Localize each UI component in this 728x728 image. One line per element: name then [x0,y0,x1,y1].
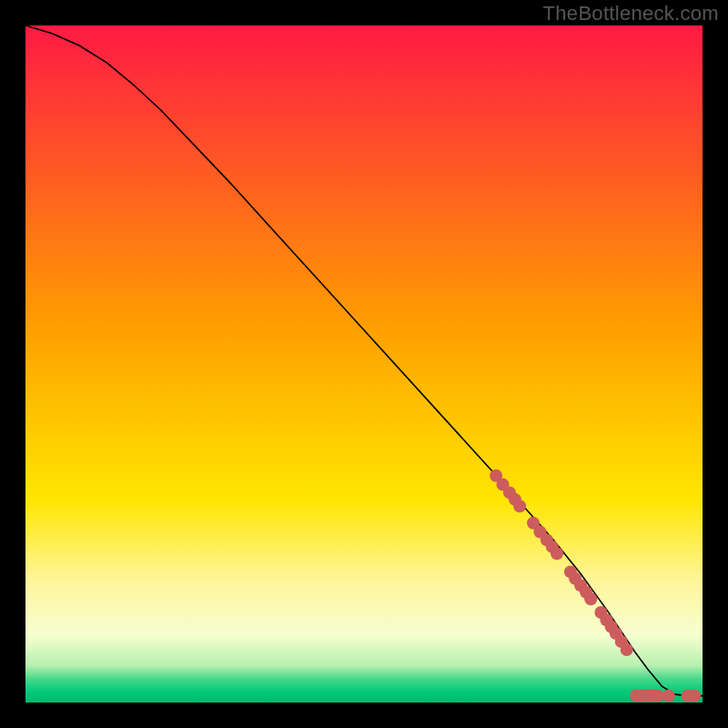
data-marker [662,690,675,703]
data-marker [584,592,597,605]
data-marker [688,690,701,703]
plot-area [25,25,703,703]
data-marker [551,547,563,560]
watermark-text: TheBottleneck.com [543,2,719,25]
chart-frame: TheBottleneck.com [0,0,728,728]
chart-svg [25,25,703,703]
data-marker [621,643,633,656]
data-marker [513,500,526,512]
